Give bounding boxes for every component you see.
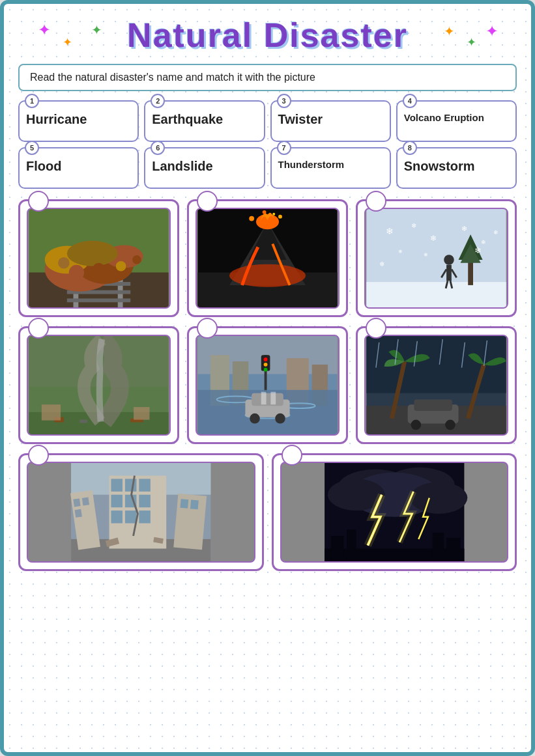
svg-rect-6 (67, 298, 130, 302)
svg-point-14 (116, 261, 126, 272)
svg-text:❄: ❄ (461, 225, 467, 232)
disaster-image-earthquake-building (27, 462, 255, 563)
star-6: ✦ (485, 22, 499, 40)
svg-point-74 (275, 413, 285, 424)
svg-point-13 (93, 263, 105, 275)
picture-card-earthquake-building (18, 453, 264, 571)
svg-text:❄: ❄ (398, 249, 403, 255)
svg-rect-109 (139, 495, 151, 507)
svg-point-25 (263, 210, 267, 214)
svg-text:❄: ❄ (493, 229, 499, 236)
svg-rect-106 (139, 479, 151, 491)
disaster-image-flood (195, 335, 340, 436)
svg-text:❄: ❄ (430, 234, 437, 242)
svg-text:❄: ❄ (424, 252, 428, 258)
answer-circle (28, 318, 49, 339)
picture-card-volcano (187, 199, 348, 317)
svg-point-89 (445, 420, 455, 430)
word-number-4: 4 (403, 94, 417, 108)
svg-rect-104 (111, 479, 123, 491)
word-number-6: 6 (151, 141, 165, 155)
answer-circle (282, 445, 302, 466)
picture-card-twister (18, 326, 179, 444)
star-4: ✦ (444, 23, 455, 39)
svg-rect-75 (261, 392, 267, 404)
svg-point-32 (444, 255, 454, 265)
picture-card-flood (187, 326, 348, 444)
instruction-box: Read the natural disaster's name and mat… (18, 64, 517, 91)
svg-rect-111 (125, 511, 137, 523)
word-number-7: 7 (277, 141, 291, 155)
word-number-5: 5 (25, 141, 39, 155)
picture-row (18, 453, 517, 571)
svg-rect-105 (125, 479, 137, 491)
word-number-3: 3 (277, 94, 291, 108)
svg-rect-110 (111, 511, 123, 523)
star-1: ✦ (38, 21, 51, 39)
svg-rect-102 (75, 509, 82, 518)
word-card-8: 8 Snowstorm (396, 147, 517, 189)
answer-circle (28, 191, 49, 212)
svg-point-65 (264, 363, 268, 367)
word-number-2: 2 (151, 94, 165, 108)
svg-rect-33 (446, 265, 452, 281)
svg-rect-72 (252, 393, 283, 406)
title-section: ✦ ✦ ✦ ✦ ✦ ✦ Natural Disaster (18, 16, 517, 55)
disaster-image-hurricane-wind (364, 335, 508, 436)
answer-circle (366, 191, 386, 212)
star-5: ✦ (467, 35, 476, 49)
svg-text:❄: ❄ (379, 260, 384, 268)
svg-point-15 (58, 257, 70, 269)
word-card-2: 2 Earthquake (144, 100, 265, 142)
word-label-5: Flood (26, 159, 131, 174)
word-card-3: 3 Twister (270, 100, 391, 142)
word-label-6: Landslide (152, 159, 257, 174)
svg-point-12 (69, 265, 84, 280)
svg-rect-53 (80, 420, 87, 423)
word-grid: 1 Hurricane 2 Earthquake 3 Twister 4 Vol… (18, 100, 517, 189)
svg-point-26 (272, 213, 275, 216)
svg-text:❄: ❄ (481, 239, 486, 245)
svg-rect-107 (111, 495, 123, 507)
svg-rect-85 (414, 399, 452, 411)
svg-rect-112 (139, 511, 151, 523)
word-card-4: 4 Volcano Eruption (396, 100, 517, 142)
picture-area: ❄ ❄ ❄ ❄ ❄ ❄ ❄ ❄ ❄ ❄ (18, 199, 517, 571)
word-label-2: Earthquake (152, 112, 257, 127)
svg-point-23 (249, 216, 254, 221)
svg-point-123 (410, 482, 467, 514)
svg-text:❄: ❄ (386, 227, 394, 236)
word-number-1: 1 (25, 94, 39, 108)
disaster-image-twister (27, 335, 171, 436)
svg-point-16 (132, 255, 141, 264)
disaster-image-thunderstorm (280, 462, 509, 563)
word-card-5: 5 Flood (18, 147, 139, 189)
word-card-1: 1 Hurricane (18, 100, 139, 142)
word-label-8: Snowstorm (404, 159, 509, 174)
star-3: ✦ (91, 22, 102, 38)
answer-circle (197, 191, 218, 212)
answer-circle (197, 318, 218, 339)
svg-point-73 (250, 413, 260, 424)
picture-row: ❄ ❄ ❄ ❄ ❄ ❄ ❄ ❄ ❄ ❄ (18, 199, 517, 317)
svg-rect-55 (134, 407, 149, 419)
answer-circle (366, 318, 386, 339)
svg-rect-126 (347, 529, 356, 561)
svg-rect-128 (446, 538, 460, 561)
word-card-7: 7 Thunderstorm (270, 147, 391, 189)
word-label-1: Hurricane (26, 112, 131, 127)
svg-rect-76 (270, 392, 276, 404)
svg-rect-28 (366, 282, 506, 307)
svg-rect-125 (330, 536, 343, 561)
picture-card-snowstorm: ❄ ❄ ❄ ❄ ❄ ❄ ❄ ❄ ❄ ❄ (356, 199, 517, 317)
svg-rect-115 (173, 494, 207, 550)
svg-rect-100 (73, 498, 80, 507)
word-label-4: Volcano Eruption (404, 112, 509, 123)
svg-point-88 (411, 420, 422, 430)
svg-text:❄: ❄ (411, 222, 416, 229)
svg-text:❄: ❄ (474, 246, 482, 255)
svg-point-64 (264, 357, 268, 361)
disaster-image-snowstorm: ❄ ❄ ❄ ❄ ❄ ❄ ❄ ❄ ❄ ❄ (364, 208, 508, 309)
svg-rect-117 (190, 500, 199, 510)
star-2: ✦ (63, 35, 72, 49)
